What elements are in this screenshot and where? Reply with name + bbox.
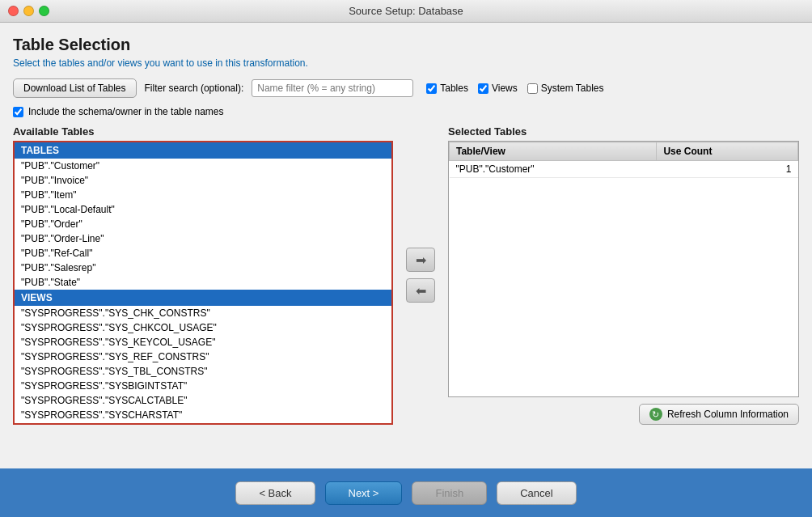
- list-item[interactable]: "SYSPROGRESS"."SYSCHKCONSTR_NAME_MAP": [15, 422, 391, 423]
- schema-label: Include the schema/owner in the table na…: [28, 106, 223, 117]
- use-count-column-header: Use Count: [657, 142, 798, 161]
- schema-checkbox[interactable]: [13, 107, 23, 117]
- refresh-icon: ↻: [649, 408, 662, 421]
- system-tables-checkbox-label[interactable]: System Tables: [527, 83, 604, 94]
- middle-buttons: ➡ ⬅: [401, 125, 440, 425]
- list-item[interactable]: "SYSPROGRESS"."SYS_KEYCOL_USAGE": [15, 335, 391, 350]
- list-item[interactable]: "PUB"."Order-Line": [15, 231, 391, 246]
- title-bar-buttons: [8, 6, 49, 16]
- selected-table-use-count: 1: [657, 161, 798, 178]
- cancel-button[interactable]: Cancel: [497, 481, 576, 505]
- panels: Available Tables TABLES "PUB"."Customer"…: [13, 125, 799, 425]
- list-item[interactable]: "SYSPROGRESS"."SYSCHARSTAT": [15, 408, 391, 422]
- list-item[interactable]: "PUB"."State": [15, 275, 391, 290]
- tables-group-header[interactable]: TABLES: [15, 142, 391, 159]
- system-tables-checkbox[interactable]: [527, 83, 538, 94]
- finish-button[interactable]: Finish: [412, 481, 487, 505]
- views-group-header[interactable]: VIEWS: [15, 290, 391, 306]
- list-item[interactable]: "PUB"."Invoice": [15, 173, 391, 188]
- list-item[interactable]: "SYSPROGRESS"."SYSCALCTABLE": [15, 393, 391, 408]
- list-item[interactable]: "SYSPROGRESS"."SYS_TBL_CONSTRS": [15, 364, 391, 379]
- list-item[interactable]: "PUB"."Item": [15, 188, 391, 202]
- selected-table: Table/View Use Count "PUB"."Customer" 1: [448, 141, 799, 397]
- close-button[interactable]: [8, 6, 19, 16]
- next-button[interactable]: Next >: [325, 481, 403, 505]
- window-title: Source Setup: Database: [349, 5, 463, 17]
- footer: < Back Next > Finish Cancel: [0, 468, 812, 517]
- toolbar: Download List of Tables Filter search (o…: [13, 78, 799, 98]
- left-panel: Available Tables TABLES "PUB"."Customer"…: [13, 125, 393, 425]
- list-item[interactable]: "PUB"."Local-Default": [15, 202, 391, 217]
- list-container: TABLES "PUB"."Customer" "PUB"."Invoice" …: [13, 141, 393, 425]
- filter-label: Filter search (optional):: [145, 83, 244, 94]
- available-tables-label: Available Tables: [13, 125, 393, 138]
- page-subtitle: Select the tables and/or views you want …: [13, 57, 799, 69]
- bottom-toolbar: ↻ Refresh Column Information: [448, 404, 799, 425]
- list-item[interactable]: "PUB"."Order": [15, 217, 391, 231]
- selected-table-row[interactable]: "PUB"."Customer" 1: [450, 161, 798, 178]
- minimize-button[interactable]: [23, 6, 34, 16]
- add-arrow-button[interactable]: ➡: [406, 248, 435, 272]
- remove-arrow-button[interactable]: ⬅: [406, 278, 435, 303]
- list-item[interactable]: "SYSPROGRESS"."SYS_REF_CONSTRS": [15, 350, 391, 364]
- selected-tables-label: Selected Tables: [448, 125, 799, 138]
- refresh-column-button[interactable]: ↻ Refresh Column Information: [639, 404, 799, 425]
- maximize-button[interactable]: [39, 6, 49, 16]
- list-item[interactable]: "PUB"."Salesrep": [15, 261, 391, 275]
- back-button[interactable]: < Back: [235, 481, 315, 505]
- page-title: Table Selection: [13, 36, 799, 54]
- list-item[interactable]: "SYSPROGRESS"."SYS_CHK_CONSTRS": [15, 306, 391, 320]
- list-item[interactable]: "PUB"."Customer": [15, 159, 391, 173]
- list-item[interactable]: "SYSPROGRESS"."SYSBIGINTSTAT": [15, 379, 391, 393]
- selected-table-name: "PUB"."Customer": [450, 161, 657, 178]
- checkbox-group: Tables Views System Tables: [426, 83, 603, 94]
- list-item[interactable]: "PUB"."Ref-Call": [15, 246, 391, 261]
- views-checkbox-label[interactable]: Views: [478, 83, 518, 94]
- right-panel: Selected Tables Table/View Use Count "PU…: [448, 125, 799, 425]
- title-bar: Source Setup: Database: [0, 0, 812, 23]
- inner-list[interactable]: TABLES "PUB"."Customer" "PUB"."Invoice" …: [15, 142, 391, 423]
- filter-input[interactable]: [252, 79, 413, 97]
- main-content: Table Selection Select the tables and/or…: [0, 23, 812, 468]
- tables-checkbox[interactable]: [426, 83, 437, 94]
- download-list-button[interactable]: Download List of Tables: [13, 78, 137, 98]
- list-item[interactable]: "SYSPROGRESS"."SYS_CHKCOL_USAGE": [15, 320, 391, 335]
- views-checkbox[interactable]: [478, 83, 488, 94]
- table-view-column-header: Table/View: [450, 142, 657, 161]
- refresh-btn-label: Refresh Column Information: [667, 409, 789, 420]
- schema-row: Include the schema/owner in the table na…: [13, 106, 799, 117]
- tables-checkbox-label[interactable]: Tables: [426, 83, 468, 94]
